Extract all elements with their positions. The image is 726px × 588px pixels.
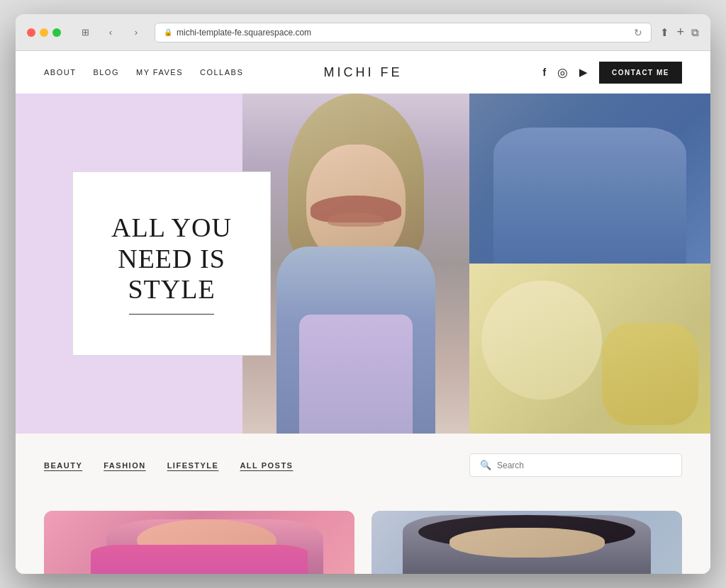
posts-grid bbox=[16, 497, 710, 574]
nav-right: f ◎ ▶ CONTACT ME bbox=[542, 62, 682, 84]
search-container: 🔍 bbox=[469, 453, 682, 477]
categories-list: BEAUTY FASHION LIFESTYLE ALL POSTS bbox=[44, 461, 293, 470]
site-logo[interactable]: MICHI FE bbox=[324, 65, 403, 80]
nav-item-blog[interactable]: BLOG bbox=[93, 68, 119, 77]
youtube-icon[interactable]: ▶ bbox=[579, 66, 588, 79]
navigation: ABOUT BLOG MY FAVES COLLABS MICHI FE f ◎… bbox=[16, 51, 710, 94]
nav-item-collabs[interactable]: COLLABS bbox=[200, 68, 243, 77]
address-bar[interactable]: 🔒 michi-template-fe.squarespace.com ↻ bbox=[155, 23, 652, 43]
facebook-icon[interactable]: f bbox=[542, 67, 546, 78]
hero-section: ALL YOU NEED IS STYLE bbox=[16, 94, 710, 434]
maximize-button[interactable] bbox=[52, 28, 61, 37]
reload-icon[interactable]: ↻ bbox=[634, 27, 642, 38]
minimize-button[interactable] bbox=[40, 28, 48, 37]
hero-center-image bbox=[242, 94, 469, 434]
instagram-icon[interactable]: ◎ bbox=[557, 65, 568, 80]
category-beauty[interactable]: BEAUTY bbox=[44, 461, 82, 470]
browser-actions: ⬆ + ⧉ bbox=[660, 25, 699, 40]
windows-icon[interactable]: ⧉ bbox=[691, 26, 699, 39]
hero-underline bbox=[129, 314, 214, 315]
search-icon: 🔍 bbox=[480, 460, 491, 470]
close-button[interactable] bbox=[27, 28, 35, 37]
share-icon[interactable]: ⬆ bbox=[660, 26, 669, 39]
hero-right-bottom-image bbox=[469, 264, 710, 434]
forward-button[interactable]: › bbox=[126, 25, 146, 40]
url-text: michi-template-fe.squarespace.com bbox=[177, 28, 311, 38]
category-lifestyle[interactable]: LIFESTYLE bbox=[167, 461, 219, 470]
hero-right-images bbox=[469, 94, 710, 434]
website-content: ABOUT BLOG MY FAVES COLLABS MICHI FE f ◎… bbox=[16, 51, 710, 574]
nav-left: ABOUT BLOG MY FAVES COLLABS bbox=[44, 68, 243, 77]
nav-item-my-faves[interactable]: MY FAVES bbox=[136, 68, 183, 77]
traffic-lights bbox=[27, 28, 61, 37]
browser-controls: ⊞ ‹ › bbox=[75, 25, 146, 40]
post-card-2[interactable] bbox=[372, 511, 682, 574]
category-fashion[interactable]: FASHION bbox=[104, 461, 145, 470]
browser-chrome: ⊞ ‹ › 🔒 michi-template-fe.squarespace.co… bbox=[16, 14, 710, 51]
lock-icon: 🔒 bbox=[164, 28, 172, 36]
nav-item-about[interactable]: ABOUT bbox=[44, 68, 76, 77]
category-all-posts[interactable]: ALL POSTS bbox=[240, 461, 293, 470]
new-tab-icon[interactable]: + bbox=[676, 25, 684, 40]
post-card-1[interactable] bbox=[44, 511, 354, 574]
categories-section: BEAUTY FASHION LIFESTYLE ALL POSTS 🔍 bbox=[16, 434, 710, 497]
hero-headline: ALL YOU NEED IS STYLE bbox=[111, 213, 232, 305]
sidebar-toggle-button[interactable]: ⊞ bbox=[75, 25, 95, 40]
browser-window: ⊞ ‹ › 🔒 michi-template-fe.squarespace.co… bbox=[16, 14, 710, 574]
contact-button[interactable]: CONTACT ME bbox=[599, 62, 682, 84]
back-button[interactable]: ‹ bbox=[101, 25, 121, 40]
hero-images bbox=[242, 94, 710, 434]
hero-text-box: ALL YOU NEED IS STYLE bbox=[72, 171, 271, 356]
hero-right-top-image bbox=[469, 94, 710, 264]
search-input[interactable] bbox=[497, 460, 671, 470]
